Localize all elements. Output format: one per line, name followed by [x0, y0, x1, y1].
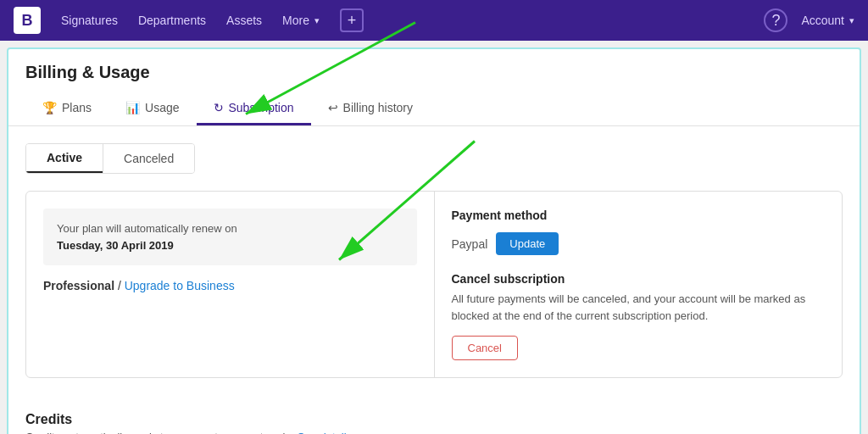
- nav-more[interactable]: More: [282, 14, 320, 27]
- credits-see-details-link[interactable]: See details ↗: [298, 431, 364, 434]
- billing-history-icon: ↩: [328, 101, 338, 114]
- nav-add-button[interactable]: +: [340, 8, 364, 32]
- plan-line: Professional / Upgrade to Business: [43, 279, 417, 292]
- plan-name: Professional: [43, 279, 114, 292]
- upgrade-link[interactable]: Upgrade to Business: [125, 279, 235, 292]
- credits-section: Credits Credits automatically apply to y…: [8, 412, 860, 434]
- update-payment-button[interactable]: Update: [496, 232, 559, 255]
- subscription-left: Your plan will automatically renew on Tu…: [26, 192, 435, 377]
- tab-billing-history[interactable]: ↩ Billing history: [311, 92, 430, 125]
- tab-plans[interactable]: 🏆 Plans: [25, 92, 108, 125]
- plans-icon: 🏆: [42, 101, 57, 114]
- payment-provider: Paypal: [452, 237, 488, 251]
- brand-logo: B: [14, 7, 41, 34]
- sub-tab-canceled[interactable]: Canceled: [103, 144, 194, 173]
- payment-method-row: Paypal Update: [452, 232, 826, 255]
- cancel-section-title: Cancel subscription: [452, 272, 826, 286]
- main-wrapper: Billing & Usage 🏆 Plans 📊 Usage ↻ Subscr…: [7, 47, 861, 434]
- content-area: Active Canceled Your plan will automatic…: [8, 126, 860, 395]
- page-header: Billing & Usage 🏆 Plans 📊 Usage ↻ Subscr…: [8, 49, 860, 126]
- credits-description: Credits automatically apply to your next…: [25, 431, 843, 434]
- usage-icon: 📊: [125, 101, 140, 114]
- nav-departments[interactable]: Departments: [138, 14, 206, 27]
- cancel-subscription-button[interactable]: Cancel: [452, 336, 518, 360]
- sub-tab-bar: Active Canceled: [25, 143, 195, 174]
- subscription-icon: ↻: [214, 101, 224, 114]
- payment-method-title: Payment method: [452, 209, 826, 222]
- nav-assets[interactable]: Assets: [226, 14, 262, 27]
- cancel-description: All future payments will be canceled, an…: [452, 291, 826, 324]
- subscription-right: Payment method Paypal Update Cancel subs…: [435, 192, 843, 377]
- navbar: B Signatures Departments Assets More + ?…: [0, 0, 868, 41]
- help-icon[interactable]: ?: [764, 8, 787, 32]
- sub-tab-active[interactable]: Active: [26, 144, 103, 173]
- tab-usage[interactable]: 📊 Usage: [108, 92, 196, 125]
- tab-subscription[interactable]: ↻ Subscription: [197, 92, 311, 125]
- subscription-card: Your plan will automatically renew on Tu…: [25, 191, 843, 378]
- nav-signatures[interactable]: Signatures: [61, 14, 118, 27]
- credits-title: Credits: [25, 412, 843, 427]
- renew-date: Tuesday, 30 April 2019: [57, 237, 403, 254]
- account-menu[interactable]: Account: [801, 14, 854, 27]
- page-title: Billing & Usage: [25, 63, 843, 82]
- tab-bar: 🏆 Plans 📊 Usage ↻ Subscription ↩ Billing…: [25, 92, 843, 125]
- nav-right: ? Account: [764, 8, 854, 32]
- renew-box: Your plan will automatically renew on Tu…: [43, 209, 417, 265]
